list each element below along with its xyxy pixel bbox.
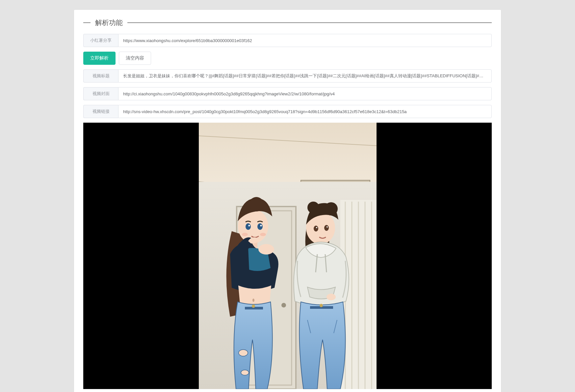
button-row: 立即解析 清空内容 — [83, 52, 492, 65]
cover-input[interactable] — [118, 87, 492, 100]
share-label: 小红薯分享 — [83, 34, 118, 47]
svg-point-35 — [325, 202, 338, 215]
svg-point-38 — [316, 227, 317, 228]
svg-point-34 — [307, 202, 319, 213]
video-frame — [199, 123, 377, 389]
svg-point-43 — [327, 294, 336, 300]
section-title: 解析功能 — [95, 18, 123, 27]
svg-point-30 — [252, 305, 255, 308]
svg-point-21 — [257, 223, 263, 230]
row-title: 视频标题 — [83, 69, 492, 83]
link-input[interactable] — [118, 105, 492, 118]
svg-point-20 — [246, 223, 251, 230]
svg-point-22 — [248, 225, 250, 227]
svg-point-17 — [281, 303, 286, 307]
clear-button[interactable]: 清空内容 — [119, 52, 151, 65]
svg-point-19 — [249, 197, 264, 211]
title-label: 视频标题 — [83, 69, 118, 83]
thumbnail-illustration — [199, 123, 377, 389]
section-legend: 解析功能 — [83, 18, 492, 27]
svg-point-23 — [260, 225, 262, 227]
share-input[interactable] — [118, 34, 492, 47]
row-cover: 视频封面 — [83, 87, 492, 100]
svg-point-45 — [320, 304, 323, 307]
legend-bar-right — [127, 22, 492, 23]
legend-bar-left — [83, 22, 91, 23]
cover-label: 视频封面 — [83, 87, 118, 100]
svg-point-31 — [239, 350, 248, 356]
svg-point-24 — [242, 233, 248, 236]
row-share: 小红薯分享 — [83, 34, 492, 47]
parser-panel: 解析功能 小红薯分享 立即解析 清空内容 视频标题 视频封面 视频链接 — [74, 10, 501, 392]
svg-point-36 — [314, 226, 318, 232]
svg-point-28 — [252, 299, 254, 302]
video-preview[interactable] — [83, 123, 492, 389]
svg-point-37 — [324, 225, 329, 231]
link-label: 视频链接 — [83, 105, 118, 118]
title-input[interactable] — [118, 69, 492, 83]
svg-point-39 — [327, 226, 328, 228]
svg-point-25 — [260, 233, 266, 236]
svg-point-32 — [241, 370, 249, 375]
svg-point-27 — [258, 244, 274, 255]
row-link: 视频链接 — [83, 105, 492, 118]
parse-button[interactable]: 立即解析 — [83, 52, 116, 65]
